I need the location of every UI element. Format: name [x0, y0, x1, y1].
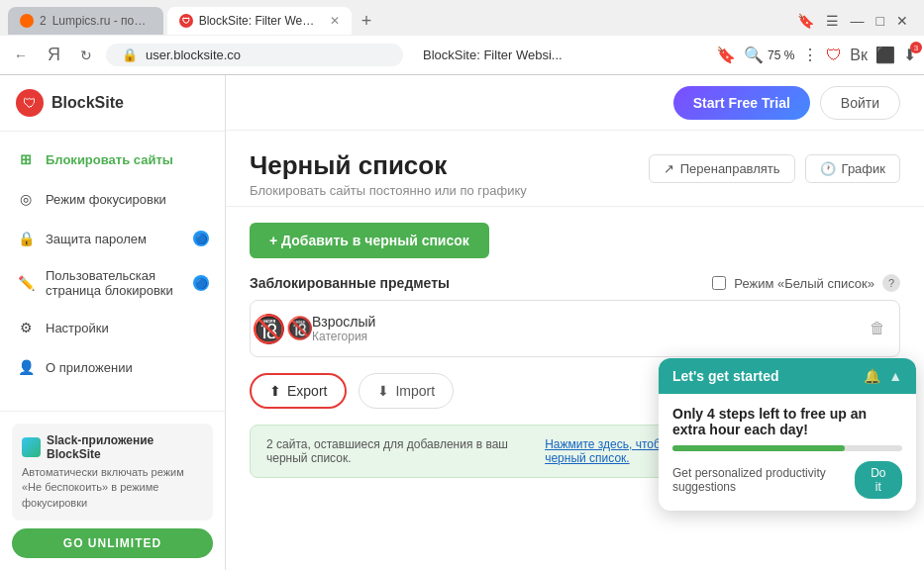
header-actions: ↗ Перенаправлять 🕐 График	[649, 154, 900, 183]
blocksite-logo: 🛡	[16, 89, 44, 117]
lumpics-favicon	[20, 14, 34, 28]
main-header: Черный список Блокировать сайты постоянн…	[226, 131, 924, 207]
password-label: Защита паролем	[46, 232, 183, 246]
progress-bar	[672, 445, 902, 451]
custom-page-label: Пользовательская страница блокировки	[46, 268, 183, 298]
address-text: user.blocksite.co	[146, 48, 241, 62]
import-button[interactable]: ⬇ Import	[359, 373, 454, 409]
refresh-button[interactable]: ↻	[74, 46, 98, 65]
sidebar-item-about[interactable]: 👤 О приложении	[0, 347, 225, 387]
zoom-control[interactable]: 🔍 75 %	[744, 46, 794, 64]
address-input[interactable]: 🔒 user.blocksite.co	[106, 44, 403, 66]
delete-blocked-icon[interactable]: 🗑	[870, 320, 885, 337]
password-badge: 🔵	[193, 231, 209, 246]
extensions-icon[interactable]: ⬛	[875, 46, 895, 64]
maximize-icon[interactable]: □	[876, 13, 884, 29]
start-trial-button[interactable]: Start Free Trial	[673, 86, 810, 120]
go-unlimited-button[interactable]: GO UNLIMITED	[12, 528, 213, 558]
blocked-item-name: Взрослый	[312, 314, 858, 330]
slack-promo-header: Slack-приложение BlockSite	[22, 433, 203, 461]
page-subtitle: Блокировать сайты постоянно или по графи…	[250, 183, 527, 198]
task-label: Get personalized productivity suggestion…	[672, 466, 855, 494]
widget-controls: 🔔 ▲	[864, 368, 902, 384]
download-icon[interactable]: ⬇ 3	[903, 46, 916, 64]
progress-bar-fill	[672, 445, 845, 451]
whitelist-checkbox[interactable]	[712, 276, 726, 290]
back-button[interactable]: ←	[8, 46, 34, 65]
sidebar-footer: Slack-приложение BlockSite Автоматически…	[0, 411, 225, 570]
address-bar: ← Я ↻ 🔒 user.blocksite.co BlockSite: Fil…	[0, 36, 924, 75]
widget-body: Only 4 steps left to free up an extra ho…	[659, 394, 916, 511]
page-title: Черный список	[250, 150, 527, 181]
widget-notification-icon[interactable]: 🔔	[864, 368, 880, 384]
sidebar-item-focus-mode[interactable]: ◎ Режим фокусировки	[0, 179, 225, 219]
sidebar-header: 🛡 BlockSite	[0, 75, 225, 132]
widget-collapse-icon[interactable]: ▲	[888, 368, 902, 384]
sidebar: 🛡 BlockSite ⊞ Блокировать сайты ◎ Режим …	[0, 75, 226, 570]
export-icon: ⬆	[269, 383, 281, 399]
app-container: 🛡 BlockSite ⊞ Блокировать сайты ◎ Режим …	[0, 75, 924, 570]
import-icon: ⬇	[377, 383, 389, 399]
adult-category-icon: 🔞	[264, 311, 300, 346]
tab-title-blocksite: BlockSite: Filter Websi...	[199, 14, 318, 28]
slack-promo-title: Slack-приложение BlockSite	[47, 433, 203, 461]
login-button[interactable]: Войти	[820, 86, 900, 120]
settings-label: Настройки	[46, 321, 209, 335]
settings-icon: ⚙	[16, 318, 36, 337]
main-title-section: Черный список Блокировать сайты постоянн…	[250, 150, 527, 198]
clock-icon: 🕐	[820, 161, 836, 176]
bookmark-icon[interactable]: 🔖	[797, 13, 814, 29]
widget-main-text: Only 4 steps left to free up an extra ho…	[672, 406, 902, 437]
custom-page-badge: 🔵	[193, 275, 209, 291]
shield-extension-icon[interactable]: 🛡	[826, 47, 842, 64]
menu-icon[interactable]: ☰	[826, 13, 839, 29]
window-controls: 🔖 ☰ — □ ✕	[797, 13, 916, 29]
help-icon[interactable]: ?	[882, 274, 900, 292]
tab-inactive-lumpics[interactable]: 2 Lumpics.ru - помощь с ко...	[8, 7, 163, 35]
section-header: Заблокированные предметы Режим «Белый сп…	[250, 274, 900, 292]
blocksite-favicon: 🛡	[179, 14, 193, 28]
sidebar-item-block-sites[interactable]: ⊞ Блокировать сайты	[0, 140, 225, 179]
main-area: Start Free Trial Войти Черный список Бло…	[226, 75, 924, 570]
block-sites-label: Блокировать сайты	[46, 152, 209, 167]
password-icon: 🔒	[16, 229, 36, 248]
yandex-icon[interactable]: Я	[42, 43, 66, 67]
sidebar-item-password[interactable]: 🔒 Защита паролем 🔵	[0, 219, 225, 258]
browser-chrome: 2 Lumpics.ru - помощь с ко... 🛡 BlockSit…	[0, 0, 924, 75]
section-title: Заблокированные предметы	[250, 275, 450, 291]
do-it-button[interactable]: Do it	[855, 461, 902, 499]
whitelist-label: Режим «Белый список»	[734, 276, 874, 291]
close-icon[interactable]: ✕	[896, 13, 908, 29]
search-page-icon: 🔍	[744, 46, 764, 64]
tab-counter-label: 2	[40, 14, 47, 28]
vk-icon[interactable]: Вк	[850, 47, 868, 64]
bookmark-page-icon[interactable]: 🔖	[716, 46, 736, 64]
widget-title: Let's get started	[672, 368, 779, 384]
add-to-blacklist-button[interactable]: + Добавить в черный список	[250, 223, 489, 258]
custom-page-icon: ✏️	[16, 273, 36, 293]
tab-close-icon[interactable]: ✕	[330, 14, 340, 28]
minimize-icon[interactable]: —	[851, 13, 865, 29]
slack-promo-text: Автоматически включать режим «Не беспоко…	[22, 465, 203, 511]
tab-title-lumpics: Lumpics.ru - помощь с ко...	[52, 14, 152, 28]
tab-active-blocksite[interactable]: 🛡 BlockSite: Filter Websi... ✕	[167, 7, 352, 35]
tab-bar: 2 Lumpics.ru - помощь с ко... 🛡 BlockSit…	[0, 0, 924, 36]
slack-icon	[22, 437, 41, 457]
lock-icon: 🔒	[122, 48, 138, 62]
floating-widget: Let's get started 🔔 ▲ Only 4 steps left …	[659, 358, 916, 511]
redirect-button[interactable]: ↗ Перенаправлять	[649, 154, 795, 183]
more-options-icon[interactable]: ⋮	[802, 46, 818, 64]
focus-mode-label: Режим фокусировки	[46, 192, 209, 207]
new-tab-button[interactable]: +	[356, 11, 378, 32]
topbar-actions: Start Free Trial Войти	[673, 86, 900, 120]
whitelist-section: Режим «Белый список» ?	[712, 274, 900, 292]
sidebar-item-settings[interactable]: ⚙ Настройки	[0, 308, 225, 347]
blocked-item-info: Взрослый Категория	[312, 314, 858, 343]
slack-promo-banner: Slack-приложение BlockSite Автоматически…	[12, 424, 213, 521]
focus-mode-icon: ◎	[16, 189, 36, 209]
schedule-button[interactable]: 🕐 График	[805, 154, 900, 183]
sidebar-item-custom-page[interactable]: ✏️ Пользовательская страница блокировки …	[0, 258, 225, 308]
export-button[interactable]: ⬆ Export	[250, 373, 347, 409]
page-title-in-bar: BlockSite: Filter Websi...	[411, 44, 708, 66]
about-icon: 👤	[16, 357, 36, 377]
